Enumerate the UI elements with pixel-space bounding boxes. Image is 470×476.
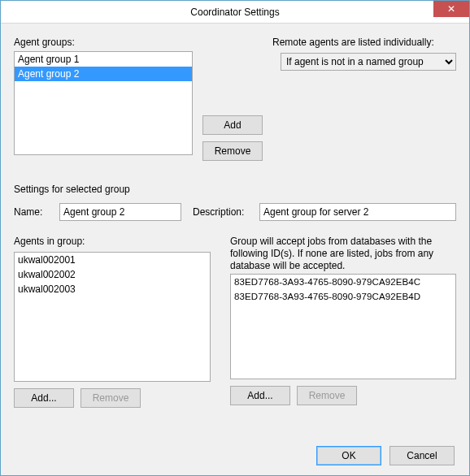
- add-group-button[interactable]: Add: [202, 115, 263, 135]
- agent-group-item[interactable]: Agent group 2: [15, 67, 192, 81]
- agents-in-group-list[interactable]: ukwal002001 ukwal002002 ukwal002003: [14, 252, 211, 382]
- group-name-input[interactable]: [59, 203, 181, 221]
- add-agent-button[interactable]: Add...: [14, 388, 74, 408]
- agent-item[interactable]: ukwal002001: [15, 253, 210, 267]
- window-title: Coordinator Settings: [1, 6, 469, 18]
- database-id-item[interactable]: 83ED7768-3A93-4765-8090-979CA92EB4C: [231, 275, 455, 289]
- database-ids-list[interactable]: 83ED7768-3A93-4765-8090-979CA92EB4C 83ED…: [230, 274, 456, 379]
- agent-groups-list[interactable]: Agent group 1 Agent group 2: [14, 51, 193, 155]
- agent-groups-label: Agent groups:: [14, 37, 193, 48]
- group-settings-heading: Settings for selected group: [14, 184, 456, 195]
- agent-group-item[interactable]: Agent group 1: [15, 52, 192, 67]
- database-id-item[interactable]: 83ED7768-3A93-4765-8090-979CA92EB4D: [231, 289, 455, 304]
- coordinator-settings-window: Coordinator Settings ✕ Agent groups: Age…: [0, 0, 470, 476]
- database-help-text: Group will accept jobs from databases wi…: [230, 236, 456, 272]
- ok-button[interactable]: OK: [316, 446, 381, 465]
- titlebar: Coordinator Settings ✕: [1, 1, 469, 24]
- group-description-input[interactable]: [259, 203, 456, 221]
- remove-database-button[interactable]: Remove: [297, 386, 357, 405]
- agents-in-group-label: Agents in group:: [14, 236, 211, 247]
- description-label: Description:: [193, 206, 251, 218]
- add-database-button[interactable]: Add...: [230, 386, 290, 405]
- dialog-content: Agent groups: Agent group 1 Agent group …: [1, 24, 469, 475]
- remote-agents-select[interactable]: If agent is not in a named group: [281, 53, 456, 71]
- cancel-button[interactable]: Cancel: [389, 446, 455, 465]
- agent-item[interactable]: ukwal002002: [15, 267, 210, 282]
- name-label: Name:: [14, 206, 51, 218]
- agent-item[interactable]: ukwal002003: [15, 282, 210, 296]
- remote-agents-label: Remote agents are listed individually:: [272, 37, 456, 48]
- remove-group-button[interactable]: Remove: [202, 141, 263, 161]
- close-button[interactable]: ✕: [433, 1, 469, 17]
- close-icon: ✕: [447, 3, 455, 15]
- remove-agent-button[interactable]: Remove: [81, 388, 141, 408]
